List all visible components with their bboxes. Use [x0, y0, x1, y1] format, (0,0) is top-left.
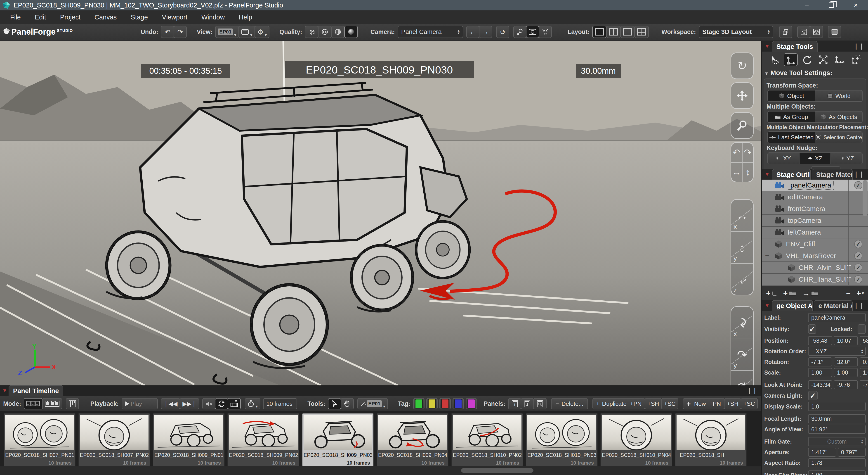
new-panel-button[interactable]: + New +PN: [683, 398, 724, 409]
move-tool-button[interactable]: [784, 53, 798, 66]
move-look-tool-button[interactable]: [833, 53, 846, 66]
rotate-x-button[interactable]: ↷x: [731, 307, 753, 338]
quality-shaded-button[interactable]: [344, 26, 358, 38]
as-objects-button[interactable]: As Objects: [815, 112, 862, 122]
storyboard-thumbnail-selected[interactable]: EP020_SC018_SH009_PN030 10 frames: [302, 413, 374, 467]
pan-horizontal-button[interactable]: ↔: [731, 163, 742, 182]
rotation-x-input[interactable]: -7.1°: [808, 357, 832, 366]
undo-button[interactable]: ↶: [161, 26, 174, 38]
storyboard-thumbnail[interactable]: EP020_SC018_SH010_PN030 10 frames: [526, 413, 598, 467]
panel-collapse-icon[interactable]: ▼: [765, 43, 770, 49]
rotation-y-input[interactable]: 32.0°: [834, 357, 858, 366]
menu-help[interactable]: Help: [232, 10, 259, 24]
storyboard-thumbnail[interactable]: EP020_SC018_SH 10 frames: [675, 413, 747, 467]
scale-x-input[interactable]: 1.00: [808, 368, 832, 377]
selection-centre-button[interactable]: Selection Centre: [815, 132, 862, 143]
move-to-group-button[interactable]: →: [802, 289, 818, 298]
position-z-input[interactable]: 58.69: [860, 336, 868, 345]
outliner-row-chr-alvin[interactable]: CHR_Alvin_SUIT ✓: [762, 262, 868, 274]
outliner-row-env-cliff[interactable]: ENV_Cliff ✓: [762, 238, 868, 250]
duration-button[interactable]: ▾: [245, 398, 260, 409]
view-episode-button[interactable]: EP01▾: [215, 26, 239, 38]
console-panel-button[interactable]: [797, 26, 810, 38]
storyboard-thumbnail[interactable]: EP020_SC018_SH007_PN020 10 frames: [78, 413, 150, 467]
zoom-tool-button[interactable]: [731, 113, 753, 138]
look-at-y-input[interactable]: -9.76: [834, 380, 858, 389]
collapse-expander-icon[interactable]: −: [765, 252, 769, 260]
as-group-button[interactable]: As Group: [768, 112, 815, 122]
new-shot-button[interactable]: +SH: [724, 398, 741, 409]
layout-two-row-button[interactable]: [620, 26, 635, 38]
rotation-order-select[interactable]: XYZ▴▾: [808, 347, 866, 356]
3d-viewport[interactable]: 00:35:05 - 00:35:15 EP020_SC018_SH009_PN…: [0, 41, 761, 385]
menu-window[interactable]: Window: [194, 10, 232, 24]
timeline-scroll-track[interactable]: [0, 467, 761, 475]
outliner-col[interactable]: [832, 262, 848, 273]
nudge-yz-button[interactable]: YZ: [831, 153, 862, 164]
layout-single-button[interactable]: [592, 26, 607, 38]
tag-yellow-button[interactable]: [426, 398, 438, 409]
minimize-button[interactable]: −: [795, 0, 819, 10]
near-clip-input[interactable]: 1.00: [808, 471, 866, 475]
fit-view-button[interactable]: [539, 26, 552, 38]
look-at-x-input[interactable]: -143.34: [808, 380, 832, 389]
move-y-button[interactable]: ↕y: [731, 231, 753, 263]
remove-item-button[interactable]: −: [846, 289, 850, 298]
outliner-row-editcamera[interactable]: editCamera: [762, 191, 868, 203]
scale-z-input[interactable]: 1.00: [860, 368, 868, 377]
new-scene-button[interactable]: +SC: [741, 398, 758, 409]
window-panel-button[interactable]: [828, 26, 841, 38]
angle-of-view-input[interactable]: 61.92°: [808, 425, 866, 434]
rotation-z-input[interactable]: 0.0°: [860, 357, 868, 366]
panel-find-button[interactable]: [533, 398, 547, 409]
reset-camera-button[interactable]: ↺: [496, 26, 509, 38]
outliner-row-vhl-marsrover[interactable]: − VHL_MarsRover ✓: [762, 250, 868, 262]
stamp-episode-button[interactable]: EP01 ▾: [358, 398, 388, 409]
panel-collapse-icon[interactable]: ▼: [2, 388, 7, 393]
storyboard-thumbnail[interactable]: EP020_SC018_SH009_PN020 10 frames: [227, 413, 299, 467]
scale-tool-button[interactable]: [816, 53, 830, 66]
camera-light-checkbox[interactable]: ✓: [808, 391, 817, 400]
aperture-width-input[interactable]: 1.417": [808, 448, 836, 457]
panel-rename-button[interactable]: [521, 398, 534, 409]
mode-filmstrip-button[interactable]: [42, 398, 62, 409]
rotate-tool-button[interactable]: [800, 53, 814, 66]
layout-two-column-button[interactable]: [606, 26, 621, 38]
outliner-row-frontcamera[interactable]: frontCamera: [762, 203, 868, 215]
restore-button[interactable]: [819, 0, 844, 10]
play-button[interactable]: Play: [122, 398, 158, 409]
tag-green-button[interactable]: [413, 398, 425, 409]
stage-panel-button[interactable]: [810, 26, 823, 38]
tab-object-attributes[interactable]: ge Object Attribu: [772, 300, 813, 311]
tab-stage-materials[interactable]: Stage Materials: [812, 169, 853, 180]
look-at-z-input[interactable]: -77.05: [860, 380, 868, 389]
outliner-col[interactable]: [832, 215, 848, 226]
outliner-row-chr-ilana[interactable]: CHR_Ilana_SUIT ✓: [762, 274, 868, 286]
tab-stage-tools[interactable]: Stage Tools: [772, 41, 817, 52]
rotate-z-button[interactable]: ↷z: [731, 370, 753, 385]
panel-handle-icon[interactable]: ❘❘: [854, 171, 866, 180]
panel-handle-icon[interactable]: ❘❘: [854, 302, 866, 311]
close-button[interactable]: ×: [844, 0, 868, 10]
timeline-scroll-handle[interactable]: [461, 468, 533, 473]
rotate-view-left-button[interactable]: ↶: [731, 143, 742, 162]
zoom-select-button[interactable]: [513, 26, 526, 38]
workspace-select[interactable]: Stage 3D Layout ▴▾: [699, 26, 773, 38]
tag-magenta-button[interactable]: [466, 398, 477, 409]
panel-handle-icon[interactable]: ❘❘: [747, 387, 759, 396]
position-x-input[interactable]: -58.48: [808, 336, 832, 345]
menu-viewport[interactable]: Viewport: [155, 10, 194, 24]
transform-space-world-button[interactable]: World: [815, 90, 862, 101]
panel-collapse-icon[interactable]: ▼: [765, 303, 770, 308]
outliner-col[interactable]: [832, 274, 848, 285]
tag-blue-button[interactable]: [453, 398, 464, 409]
outliner-scrollbar[interactable]: [863, 180, 868, 216]
redo-button[interactable]: ↷: [174, 26, 187, 38]
move-x-button[interactable]: ↔x: [731, 200, 753, 231]
menu-edit[interactable]: Edit: [28, 10, 53, 24]
outliner-visible-toggle[interactable]: ✓: [848, 274, 868, 285]
add-group-button[interactable]: +: [783, 289, 796, 298]
quality-flat-button[interactable]: [331, 26, 345, 38]
tab-panel-timeline[interactable]: Panel Timeline: [8, 385, 64, 396]
outliner-col[interactable]: [832, 238, 848, 250]
